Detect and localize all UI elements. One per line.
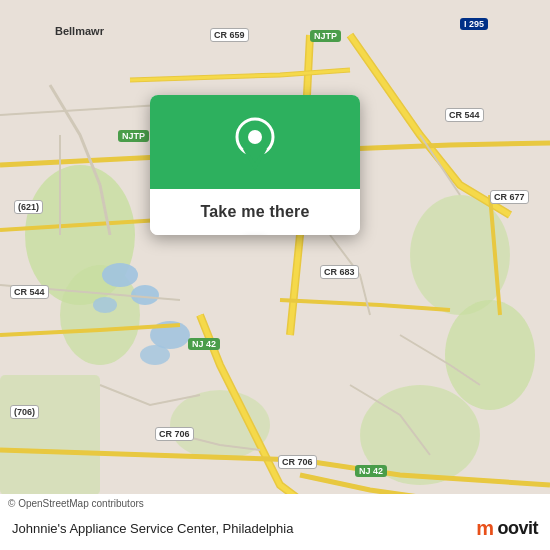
city-label-bellmawr: Bellmawr — [55, 25, 104, 37]
badge-cr544a: CR 544 — [10, 285, 49, 299]
badge-621: (621) — [14, 200, 43, 214]
badge-cr659: CR 659 — [210, 28, 249, 42]
location-pin-icon — [233, 117, 277, 171]
badge-cr683: CR 683 — [320, 265, 359, 279]
badge-cr706b: CR 706 — [278, 455, 317, 469]
attribution-row: © OpenStreetMap contributors — [0, 494, 550, 511]
badge-706: (706) — [10, 405, 39, 419]
svg-rect-5 — [0, 375, 100, 495]
badge-njtp1: NJTP — [310, 30, 341, 42]
map-container: I 295 CR 659 NJTP NJTP (621) CR 544 CR 5… — [0, 0, 550, 550]
badge-njtp2: NJTP — [118, 130, 149, 142]
bottom-bar: © OpenStreetMap contributors Johnnie's A… — [0, 494, 550, 550]
location-row: Johnnie's Appliance Service Center, Phil… — [0, 511, 550, 550]
popup-card: Take me there — [150, 95, 360, 235]
svg-point-11 — [140, 345, 170, 365]
moovit-m-icon: m — [476, 517, 493, 540]
badge-cr677: CR 677 — [490, 190, 529, 204]
badge-i295: I 295 — [460, 18, 488, 30]
svg-point-13 — [248, 130, 262, 144]
attribution-text: © OpenStreetMap contributors — [8, 498, 144, 509]
popup-green-area — [150, 95, 360, 189]
badge-cr544b: CR 544 — [445, 108, 484, 122]
badge-cr706a: CR 706 — [155, 427, 194, 441]
moovit-text: oovit — [498, 518, 539, 539]
svg-point-8 — [131, 285, 159, 305]
map-svg — [0, 0, 550, 550]
svg-point-7 — [102, 263, 138, 287]
svg-point-9 — [93, 297, 117, 313]
moovit-logo: m oovit — [476, 517, 538, 540]
location-name: Johnnie's Appliance Service Center, Phil… — [12, 521, 293, 536]
svg-point-3 — [445, 300, 535, 410]
badge-nj42: NJ 42 — [188, 338, 220, 350]
take-me-there-button[interactable]: Take me there — [150, 189, 360, 235]
badge-nj42b: NJ 42 — [355, 465, 387, 477]
